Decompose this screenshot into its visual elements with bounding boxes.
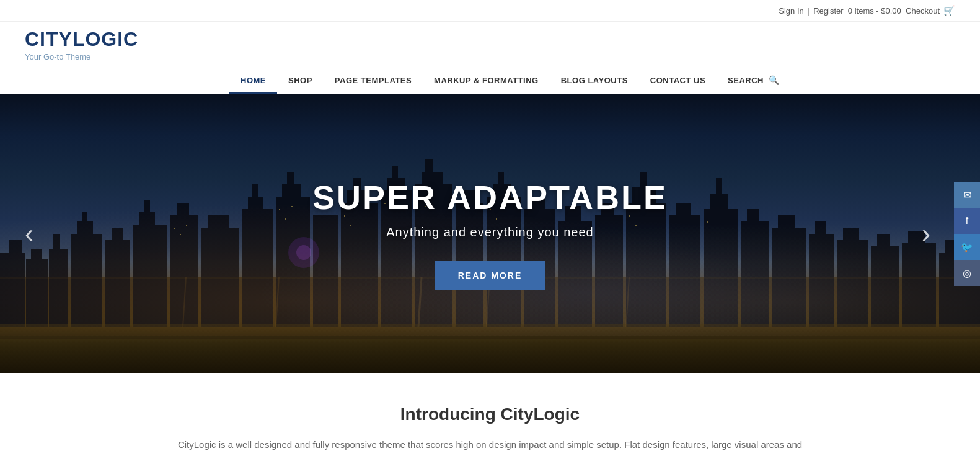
social-email-button[interactable]: ✉ xyxy=(954,182,980,208)
social-twitter-button[interactable]: 🐦 xyxy=(954,234,980,260)
signin-link[interactable]: Sign In xyxy=(779,6,803,16)
logo-area: CITYLOGIC Your Go-to Theme xyxy=(25,28,138,61)
water-reflection xyxy=(0,324,980,373)
nav-links: HOME SHOP PAGE TEMPLATES MARKUP & FORMAT… xyxy=(229,66,791,94)
nav-link-page-templates[interactable]: PAGE TEMPLATES xyxy=(324,67,423,94)
slider-prev-button[interactable]: ‹ xyxy=(12,213,46,255)
slider-next-button[interactable]: › xyxy=(909,213,943,255)
nav-link-search[interactable]: SEARCH 🔍 xyxy=(717,66,791,94)
nav-item-markup[interactable]: MARKUP & FORMATTING xyxy=(423,67,550,94)
logo-title[interactable]: CITYLOGIC xyxy=(25,28,138,51)
hero-content: SUPER ADAPTABLE Anything and everything … xyxy=(312,178,668,290)
logo-subtitle: Your Go-to Theme xyxy=(25,52,138,61)
hero-title: SUPER ADAPTABLE xyxy=(312,178,668,217)
nav-item-home[interactable]: HOME xyxy=(229,67,277,94)
nav-link-contact[interactable]: CONTACT US xyxy=(639,67,717,94)
nav-link-blog[interactable]: BLOG LAYOUTS xyxy=(550,67,639,94)
intro-body: CityLogic is a well designed and fully r… xyxy=(174,437,806,456)
top-bar: Sign In | Register 0 items - $0.00 Check… xyxy=(0,0,980,22)
main-nav: HOME SHOP PAGE TEMPLATES MARKUP & FORMAT… xyxy=(0,66,980,94)
hero-cta-button[interactable]: READ MORE xyxy=(435,261,546,290)
search-icon: 🔍 xyxy=(769,75,780,85)
header: CITYLOGIC Your Go-to Theme xyxy=(0,22,980,61)
hero-subtitle: Anything and everything you need xyxy=(312,225,668,239)
cart-icon: 🛒 xyxy=(943,5,955,16)
social-sidebar: ✉ f 🐦 ◎ xyxy=(954,182,980,286)
separator: | xyxy=(808,6,810,16)
intro-title: Introducing CityLogic xyxy=(174,405,806,424)
nav-item-page-templates[interactable]: PAGE TEMPLATES xyxy=(324,67,423,94)
checkout-link[interactable]: Checkout xyxy=(906,6,940,16)
nav-item-shop[interactable]: SHOP xyxy=(277,67,324,94)
nav-item-contact[interactable]: CONTACT US xyxy=(639,67,717,94)
social-facebook-button[interactable]: f xyxy=(954,208,980,234)
nav-link-shop[interactable]: SHOP xyxy=(277,67,324,94)
intro-section: Introducing CityLogic CityLogic is a wel… xyxy=(149,373,831,456)
social-instagram-button[interactable]: ◎ xyxy=(954,260,980,286)
cart-label: 0 items - $0.00 xyxy=(848,6,901,16)
nav-link-markup[interactable]: MARKUP & FORMATTING xyxy=(423,67,550,94)
nav-item-search[interactable]: SEARCH 🔍 xyxy=(717,66,791,94)
hero-section: ‹ › SUPER ADAPTABLE Anything and everyth… xyxy=(0,94,980,373)
nav-item-blog[interactable]: BLOG LAYOUTS xyxy=(550,67,639,94)
register-link[interactable]: Register xyxy=(813,6,843,16)
nav-link-home[interactable]: HOME xyxy=(229,67,277,94)
